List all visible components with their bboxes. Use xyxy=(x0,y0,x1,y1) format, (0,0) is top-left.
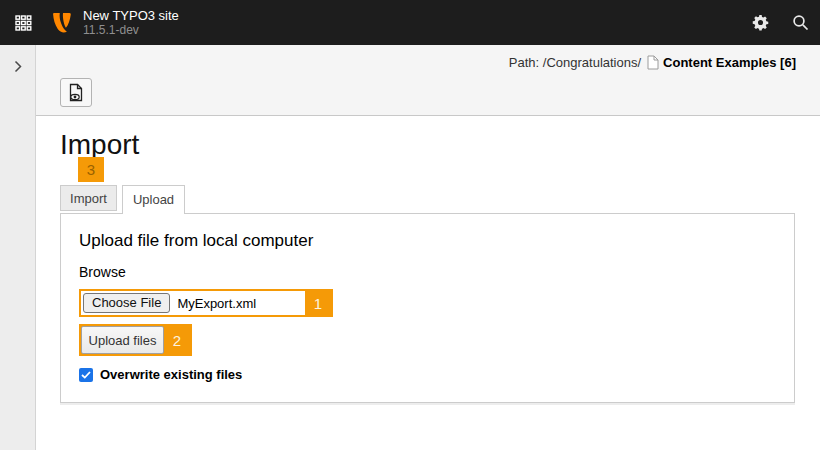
site-title: New TYPO3 site xyxy=(83,8,179,23)
upload-files-button[interactable]: Upload files xyxy=(81,326,164,354)
file-input[interactable]: Choose File MyExport.xml xyxy=(81,291,305,315)
gear-icon xyxy=(752,14,769,31)
overwrite-checkbox[interactable] xyxy=(79,368,93,382)
upload-button-highlight: Upload files 2 xyxy=(79,324,192,356)
breadcrumb: Path: /Congratulations/ Content Examples… xyxy=(509,54,796,71)
brand-text: New TYPO3 site 11.5.1-dev xyxy=(83,8,179,37)
file-input-highlight: Choose File MyExport.xml 1 xyxy=(79,289,333,317)
typo3-backend-window: New TYPO3 site 11.5.1-dev xyxy=(0,0,820,450)
topbar: New TYPO3 site 11.5.1-dev xyxy=(0,0,820,45)
callout-badge-3: 3 xyxy=(78,157,104,182)
chevron-right-icon xyxy=(14,60,22,73)
search-icon xyxy=(792,14,809,31)
checkmark-icon xyxy=(81,371,91,379)
tab-upload[interactable]: Upload xyxy=(122,185,185,214)
tab-bar: Import Upload xyxy=(60,185,185,214)
file-row: Choose File MyExport.xml 1 xyxy=(79,289,776,317)
pagetree-sidebar xyxy=(0,45,36,450)
settings-button[interactable] xyxy=(740,0,780,45)
docheader: Path: /Congratulations/ Content Examples… xyxy=(36,45,820,116)
browse-label: Browse xyxy=(79,264,776,280)
site-version: 11.5.1-dev xyxy=(83,23,179,37)
choose-file-button[interactable]: Choose File xyxy=(83,293,170,313)
view-webpage-button[interactable] xyxy=(60,78,92,107)
panel-title: Upload file from local computer xyxy=(79,231,776,251)
module-content: Import 3 Import Upload Upload file from … xyxy=(37,117,820,450)
tab-import[interactable]: Import xyxy=(60,185,117,211)
modules-grid-icon xyxy=(15,15,32,31)
upload-panel: Upload file from local computer Browse C… xyxy=(60,213,795,403)
upload-row: Upload files 2 xyxy=(79,324,776,356)
page-icon xyxy=(647,55,659,70)
overwrite-row: Overwrite existing files xyxy=(79,367,776,382)
typo3-logo-icon xyxy=(50,11,73,34)
selected-filename: MyExport.xml xyxy=(177,296,256,311)
modules-grid-button[interactable] xyxy=(6,6,40,39)
callout-badge-2: 2 xyxy=(164,326,190,354)
search-button[interactable] xyxy=(780,0,820,45)
pagetree-expand-button[interactable] xyxy=(6,54,30,78)
overwrite-label[interactable]: Overwrite existing files xyxy=(100,367,242,382)
breadcrumb-page-title: Content Examples [6] xyxy=(663,55,796,70)
brand: New TYPO3 site 11.5.1-dev xyxy=(50,0,179,45)
callout-badge-1: 1 xyxy=(305,291,331,315)
topbar-right xyxy=(740,0,820,45)
document-eye-icon xyxy=(68,83,84,102)
breadcrumb-path: Path: /Congratulations/ xyxy=(509,55,641,70)
